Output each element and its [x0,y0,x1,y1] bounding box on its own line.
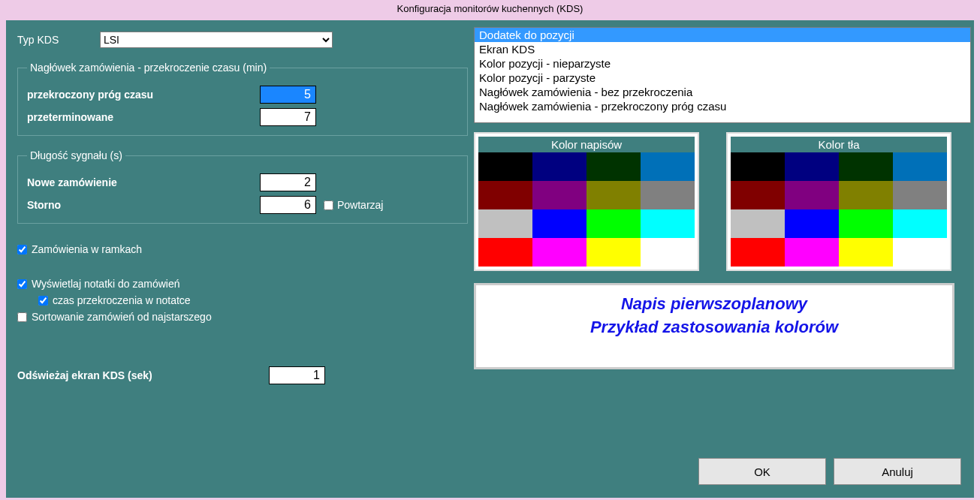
palette-bg: Kolor tła [726,132,951,271]
fieldset-signal-legend: Długość sygnału (s) [27,149,125,161]
bg-color-swatch[interactable] [731,152,785,181]
bg-color-swatch[interactable] [839,238,893,267]
color-target-listbox[interactable]: Dodatek do pozycjiEkran KDSKolor pozycji… [474,27,971,123]
bg-color-swatch[interactable] [839,209,893,238]
dialog-buttons: OK Anuluj [698,458,961,485]
bg-color-swatch[interactable] [839,152,893,181]
main-panel: Typ KDS LSI Nagłówek zamówienia - przekr… [6,20,974,498]
repeat-checkbox[interactable] [324,200,333,210]
threshold-label: przekroczony próg czasu [27,89,260,101]
bg-color-swatch[interactable] [893,152,947,181]
right-column: Dodatek do pozycjiEkran KDSKolor pozycji… [474,27,973,369]
bg-color-swatch[interactable] [731,181,785,209]
listbox-item[interactable]: Nagłówek zamówienia - przekroczony próg … [475,99,970,113]
refresh-input[interactable] [269,366,325,384]
text-color-swatch[interactable] [586,152,641,181]
bg-color-swatch[interactable] [785,152,839,181]
ok-button[interactable]: OK [698,458,826,485]
expired-label: przeterminowane [27,111,260,123]
storno-label: Storno [27,199,260,211]
frames-checkbox[interactable] [17,245,27,255]
sort-oldest-checkbox[interactable] [17,312,27,322]
text-color-swatch[interactable] [478,209,532,238]
palette-text-title: Kolor napisów [478,137,695,152]
listbox-item[interactable]: Nagłówek zamówienia - bez przekroczenia [475,85,970,99]
text-color-swatch[interactable] [532,152,586,181]
bg-color-swatch[interactable] [839,181,893,209]
listbox-item[interactable]: Ekran KDS [475,42,970,56]
text-color-swatch[interactable] [532,209,586,238]
threshold-input[interactable] [260,86,316,104]
listbox-item[interactable]: Kolor pozycji - nieparzyste [475,56,970,71]
bg-color-swatch[interactable] [785,209,839,238]
refresh-label: Odświeżaj ekran KDS (sek) [17,369,269,381]
text-color-swatch[interactable] [641,238,695,267]
text-color-swatch[interactable] [478,152,532,181]
text-color-swatch[interactable] [586,209,641,238]
palette-bg-title: Kolor tła [731,137,947,152]
new-order-label: Nowe zamówienie [27,176,260,188]
kds-type-select[interactable]: LSI [100,32,333,48]
time-in-note-label: czas przekroczenia w notatce [53,294,191,306]
bg-color-swatch[interactable] [893,209,947,238]
frames-label: Zamówienia w ramkach [32,243,142,255]
kds-type-label: Typ KDS [17,34,100,46]
listbox-item[interactable]: Dodatek do pozycji [475,28,970,42]
cancel-button[interactable]: Anuluj [834,458,961,485]
text-color-swatch[interactable] [586,181,641,209]
bg-color-swatch[interactable] [785,238,839,267]
bg-color-swatch[interactable] [731,238,785,267]
text-color-swatch[interactable] [478,181,532,209]
bg-color-swatch[interactable] [893,181,947,209]
bg-color-swatch[interactable] [731,209,785,238]
preview-line-1: Napis pierwszoplanowy [621,293,807,316]
window-title: Konfiguracja monitorów kuchennych (KDS) [0,0,980,17]
left-column: Typ KDS LSI Nagłówek zamówienia - przekr… [17,32,468,384]
text-color-swatch[interactable] [586,238,641,267]
expired-input[interactable] [260,108,316,126]
sort-oldest-label: Sortowanie zamówień od najstarszego [32,311,212,323]
notes-checkbox[interactable] [17,279,27,289]
text-color-swatch[interactable] [641,152,695,181]
text-color-swatch[interactable] [641,181,695,209]
fieldset-signal: Długość sygnału (s) Nowe zamówienie Stor… [17,149,468,224]
bg-color-swatch[interactable] [893,238,947,267]
bg-color-swatch[interactable] [785,181,839,209]
color-preview: Napis pierwszoplanowy Przykład zastosowa… [474,283,954,369]
text-color-swatch[interactable] [478,238,532,267]
repeat-label: Powtarzaj [337,199,383,211]
listbox-item[interactable]: Kolor pozycji - parzyste [475,71,970,85]
palette-text: Kolor napisów [474,132,699,271]
fieldset-time-legend: Nagłówek zamówienia - przekroczenie czas… [27,62,270,74]
preview-line-2: Przykład zastosowania kolorów [590,316,838,339]
fieldset-time-exceed: Nagłówek zamówienia - przekroczenie czas… [17,62,468,136]
time-in-note-checkbox[interactable] [38,296,48,306]
notes-label: Wyświetlaj notatki do zamówień [32,278,180,290]
new-order-input[interactable] [260,173,316,191]
text-color-swatch[interactable] [532,238,586,267]
text-color-swatch[interactable] [641,209,695,238]
text-color-swatch[interactable] [532,181,586,209]
storno-input[interactable] [260,196,316,214]
